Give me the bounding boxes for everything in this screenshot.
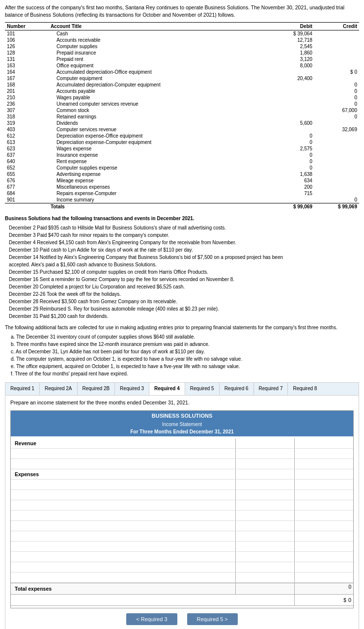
expense-val2-9[interactable] (294, 562, 353, 572)
row-debit: $ 99,069 (270, 203, 314, 210)
row-title: Computer supplies (49, 43, 270, 50)
row-debit: 20,400 (270, 75, 314, 82)
row-number: 612 (5, 133, 49, 139)
row-credit: 32,069 (314, 126, 359, 133)
table-row: 210 Wages payable 0 (5, 94, 359, 101)
expense-val2-5[interactable] (294, 521, 353, 531)
tab-required-6[interactable]: Required 6 (220, 383, 254, 395)
expense-val2-6[interactable] (294, 531, 353, 541)
row-title: Office equipment (49, 62, 270, 69)
expense-val1-10[interactable] (235, 572, 294, 582)
row-credit (314, 62, 359, 69)
prev-button[interactable]: < Required 3 (126, 613, 177, 625)
expense-label-9 (11, 566, 235, 568)
expense-val1-4[interactable] (235, 511, 294, 520)
tab-required-8[interactable]: Required 8 (288, 383, 322, 395)
row-title: Wages payable (49, 94, 270, 101)
expense-val1-7[interactable] (235, 542, 294, 551)
row-credit (314, 158, 359, 165)
tab-required-5[interactable]: Required 5 (185, 383, 220, 395)
revenue-row-2-val1[interactable] (235, 459, 294, 469)
expense-val1-8[interactable] (235, 552, 294, 562)
next-button[interactable]: Required 5 > (187, 613, 238, 625)
tab-required-2b[interactable]: Required 2B (78, 383, 115, 395)
revenue-row-1-label (11, 453, 235, 455)
row-debit: 0 (270, 158, 314, 165)
revenue-row-2-val2[interactable] (294, 459, 353, 469)
tab-required-3[interactable]: Required 3 (115, 383, 149, 395)
expense-val2-7[interactable] (294, 542, 353, 551)
tab-required-1[interactable]: Required 1 (5, 383, 40, 395)
transactions-section: Business Solutions had the following tra… (5, 215, 359, 320)
expense-label-5 (11, 525, 235, 527)
table-row: 164 Accumulated depreciation-Office equi… (5, 69, 359, 75)
net-income-val1[interactable]: $ 0 (294, 595, 353, 605)
expense-row-5 (11, 521, 353, 531)
table-row: 131 Prepaid rent 3,120 (5, 56, 359, 62)
row-number: 163 (5, 62, 49, 69)
expense-val1-5[interactable] (235, 521, 294, 531)
is-period: For Three Months Ended December 31, 2021 (11, 428, 353, 436)
list-item: d. The computer system, acquired on Octo… (11, 355, 359, 363)
row-debit (270, 126, 314, 133)
expense-val1-1[interactable] (235, 480, 294, 489)
row-title: Accumulated depreciation-Computer equipm… (49, 82, 270, 88)
expense-label-7 (11, 545, 235, 547)
expense-row-4 (11, 511, 353, 521)
table-row: 236 Unearned computer services revenue 0 (5, 101, 359, 107)
list-item: e. The office equipment, acquired on Oct… (11, 363, 359, 370)
expense-val2-4[interactable] (294, 511, 353, 520)
row-number: 684 (5, 190, 49, 197)
expense-val2-10[interactable] (294, 572, 353, 582)
list-item: c. As of December 31, Lyn Addie has not … (11, 348, 359, 355)
row-debit (270, 94, 314, 101)
row-credit: 0 (314, 82, 359, 88)
row-title: Wages expense (49, 145, 270, 152)
expenses-col1 (235, 469, 294, 479)
row-credit (314, 75, 359, 82)
col-number: Number (5, 23, 49, 30)
expense-val1-9[interactable] (235, 562, 294, 572)
row-credit: $ 99,069 (314, 203, 359, 210)
tab-required-2a[interactable]: Required 2A (40, 383, 78, 395)
row-debit: 8,000 (270, 62, 314, 69)
row-credit: 0 (314, 94, 359, 101)
expense-val2-3[interactable] (294, 500, 353, 510)
expense-val2-8[interactable] (294, 552, 353, 562)
expense-val1-6[interactable] (235, 531, 294, 541)
row-number: 901 (5, 197, 49, 203)
row-number (5, 203, 49, 210)
expense-row-3 (11, 500, 353, 511)
row-number: 126 (5, 43, 49, 50)
row-credit (314, 190, 359, 197)
row-number: 236 (5, 101, 49, 107)
expense-val1-3[interactable] (235, 500, 294, 510)
tab-required-4[interactable]: Required 4 (149, 383, 185, 395)
row-credit (314, 184, 359, 190)
row-debit (270, 88, 314, 94)
row-credit (314, 56, 359, 62)
expense-row-6 (11, 531, 353, 542)
net-income-label (11, 599, 294, 601)
list-item: b. Three months have expired since the 1… (11, 341, 359, 348)
row-number: 652 (5, 165, 49, 171)
row-debit (270, 197, 314, 203)
list-item: December 28 Received $3,500 cash from Go… (9, 298, 359, 305)
expense-row-2 (11, 490, 353, 500)
revenue-row-1-val2[interactable] (294, 449, 353, 458)
total-expenses-val1[interactable] (235, 583, 294, 594)
trial-balance-table: Number Account Title Debit Credit 101 Ca… (5, 22, 359, 210)
expense-val1-2[interactable] (235, 490, 294, 500)
expense-val2-2[interactable] (294, 490, 353, 500)
expense-val2-1[interactable] (294, 480, 353, 489)
list-item: December 2 Paid $935 cash to Hillside Ma… (9, 224, 359, 231)
table-row: 201 Accounts payable 0 (5, 88, 359, 94)
net-income-row: $ 0 (11, 595, 353, 606)
list-item: December 20 Completed a project for Liu … (9, 283, 359, 290)
expense-row-1 (11, 480, 353, 490)
tab-required-7[interactable]: Required 7 (254, 383, 288, 395)
row-debit: $ 39,064 (270, 30, 314, 37)
row-debit: 1,860 (270, 50, 314, 56)
revenue-row-1-val1[interactable] (235, 449, 294, 458)
table-row: 167 Computer equipment 20,400 (5, 75, 359, 82)
